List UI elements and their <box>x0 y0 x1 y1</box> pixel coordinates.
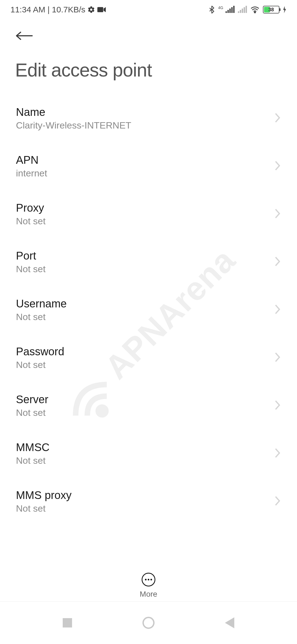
nav-recents-button[interactable] <box>63 618 72 627</box>
setting-name[interactable]: Name Clarity-Wireless-INTERNET <box>0 94 297 142</box>
setting-proxy[interactable]: Proxy Not set <box>0 190 297 238</box>
network-type-label: 4G <box>218 6 223 10</box>
chevron-right-icon <box>274 448 280 459</box>
setting-username[interactable]: Username Not set <box>0 286 297 334</box>
chevron-right-icon <box>274 496 280 507</box>
svg-point-1 <box>254 12 255 13</box>
setting-label: Password <box>16 345 269 358</box>
status-bar: 11:34 AM | 10.7KB/s 4G 38 <box>0 0 297 19</box>
back-button[interactable] <box>15 30 32 41</box>
setting-server[interactable]: Server Not set <box>0 382 297 430</box>
setting-label: Name <box>16 106 269 118</box>
nav-back-button[interactable] <box>225 617 234 628</box>
setting-value: Not set <box>16 216 269 227</box>
setting-apn[interactable]: APN internet <box>0 142 297 190</box>
signal-bars-sim1-icon <box>226 6 235 13</box>
setting-label: APN <box>16 154 269 166</box>
setting-label: Port <box>16 250 269 262</box>
status-left: 11:34 AM | 10.7KB/s <box>10 5 106 14</box>
more-icon <box>142 573 155 586</box>
setting-value: Not set <box>16 407 269 418</box>
wifi-icon <box>250 6 260 13</box>
more-label: More <box>140 590 157 599</box>
setting-mms-proxy[interactable]: MMS proxy Not set <box>0 477 297 525</box>
gear-icon <box>87 6 95 13</box>
status-divider: | <box>48 5 50 14</box>
status-right: 4G 38 <box>209 6 287 14</box>
setting-value: Not set <box>16 503 269 514</box>
status-time: 11:34 AM <box>10 5 45 14</box>
setting-label: MMSC <box>16 441 269 454</box>
setting-label: MMS proxy <box>16 489 269 501</box>
setting-mmsc[interactable]: MMSC Not set <box>0 430 297 477</box>
setting-value: Not set <box>16 455 269 466</box>
setting-value: Clarity-Wireless-INTERNET <box>16 120 269 131</box>
setting-value: Not set <box>16 264 269 274</box>
charging-icon <box>283 6 287 13</box>
chevron-right-icon <box>274 113 280 124</box>
setting-label: Username <box>16 298 269 310</box>
nav-home-button[interactable] <box>142 617 155 629</box>
setting-value: Not set <box>16 359 269 370</box>
battery-percent: 38 <box>263 7 279 13</box>
chevron-right-icon <box>274 352 280 364</box>
chevron-right-icon <box>274 256 280 268</box>
system-nav-bar <box>0 601 297 644</box>
svg-rect-0 <box>97 7 103 12</box>
settings-list: Name Clarity-Wireless-INTERNET APN inter… <box>0 94 297 525</box>
camera-icon <box>97 6 106 13</box>
chevron-right-icon <box>274 304 280 316</box>
setting-label: Proxy <box>16 202 269 214</box>
chevron-right-icon <box>274 400 280 411</box>
chevron-right-icon <box>274 208 280 220</box>
header-nav <box>0 19 297 50</box>
battery-icon: 38 <box>263 6 279 13</box>
signal-bars-sim2-icon <box>238 6 247 13</box>
more-button[interactable]: More <box>0 569 297 599</box>
chevron-right-icon <box>274 160 280 172</box>
page-title: Edit access point <box>0 50 297 94</box>
setting-value: Not set <box>16 312 269 322</box>
setting-label: Server <box>16 393 269 406</box>
setting-password[interactable]: Password Not set <box>0 334 297 382</box>
setting-port[interactable]: Port Not set <box>0 238 297 286</box>
status-network-speed: 10.7KB/s <box>52 5 86 14</box>
bluetooth-icon <box>209 6 215 14</box>
setting-value: internet <box>16 168 269 179</box>
